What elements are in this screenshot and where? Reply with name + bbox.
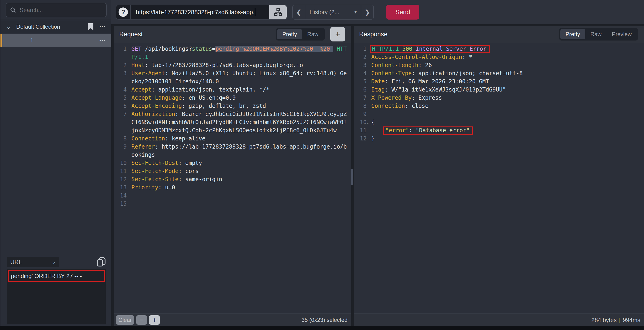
send-button[interactable]: Send [386,5,419,20]
code-line: 6Accept-Encoding: gzip, deflate, br, zst… [118,102,348,110]
response-viewer[interactable]: 1HTTP/1.1 500 Internal Server Error2Acce… [354,42,644,314]
request-scrollbar-thumb[interactable] [351,169,353,185]
token-plain: : empty [178,160,202,166]
increment-button[interactable]: + [149,315,160,325]
token-hname: Accept-Encoding [131,103,182,109]
token-key: "error" [386,127,409,134]
search-input[interactable]: Search... [6,3,107,17]
token-hname: User-Agent [131,70,165,76]
clear-button[interactable]: Clear [116,315,134,325]
line-content: { [371,118,640,126]
ellipsis-icon[interactable]: ••• [100,24,106,29]
dropdown-caret-icon: ▾ [354,10,356,15]
token-hname: Content-Length [371,62,418,68]
token-plain: : https://lab-1772837288328-pt7sd6.labs-… [131,144,347,158]
chevron-down-icon[interactable]: ⌄ [6,23,11,30]
line-number: 7 [118,110,127,134]
url-group: ? https://lab-1772837288328-pt7sd6.labs-… [116,5,287,20]
request-title: Request [119,31,143,38]
request-panel: Request Pretty Raw + 1GET /api/bookings?… [114,26,351,326]
code-line: 7X-Powered-By: Express [357,94,640,102]
annotation-box: "error": "Database error" [383,126,473,134]
tab-pretty[interactable]: Pretty [277,29,302,39]
sitemap-button[interactable] [269,5,287,19]
request-header: Request Pretty Raw + [114,26,351,42]
sidebar-item-request-1[interactable]: 1 ••• [0,34,111,47]
token-hname: X-Powered-By [371,94,412,101]
line-content: Host: lab-1772837288328-pt7sd6.labs-app.… [131,61,348,70]
line-content: Connection: keep-alive [131,134,348,143]
token-plain: /api/bookings? [145,46,192,52]
token-hname: Content-Type [371,70,412,76]
copy-icon[interactable] [97,257,106,267]
line-content: Referer: https://lab-1772837288328-pt7sd… [131,143,348,159]
chevron-down-icon: ⌄ [52,259,56,265]
request-footer: Clear − + 35 (0x23) selected [114,314,351,326]
code-line: 5Date: Fri, 06 Mar 2026 23:00:20 GMT [357,78,640,86]
line-content: Connection: close [371,102,640,110]
line-number: 3 [118,70,127,86]
response-panel: Response Pretty Raw Preview 1HTTP/1.1 50… [354,26,644,326]
history-dropdown[interactable]: History (2... ▾ [305,5,361,19]
fold-arrow-icon[interactable]: ⌄ [366,118,371,126]
decrement-button[interactable]: − [136,315,147,325]
code-line: 15 [118,200,348,208]
line-number: 1 [118,45,127,61]
code-line: 1GET /api/bookings?status=pending'%20ORD… [118,45,348,61]
line-number: 10 [357,118,366,126]
line-number: 4 [118,86,127,94]
ellipsis-icon[interactable]: ••• [100,38,106,43]
line-number: 9 [357,110,366,118]
token-plain: : keep-alive [165,135,206,142]
help-icon[interactable]: ? [118,8,128,17]
code-line: 6Etag: W/"1a-itNe1xXeWJ3sqXJ/013p2TdG9UU… [357,86,640,94]
tab-pretty[interactable]: Pretty [560,29,585,39]
code-line: 4Accept: application/json, text/plain, *… [118,86,348,94]
request-view-tabs: Pretty Raw [276,28,325,40]
selection-status: 35 (0x23) selected [302,317,348,323]
response-time: 994ms [623,317,640,323]
bookmark-icon[interactable] [88,23,94,30]
variable-row: URL ⌄ [7,257,106,267]
history-label: History (2... [310,9,339,16]
url-input[interactable]: https://lab-1772837288328-pt7sd6.labs-ap… [131,5,269,19]
token-hname: Accept-Language [131,94,182,101]
code-line: 11Sec-Fetch-Mode: cors [118,167,348,175]
line-content: } [371,134,640,143]
tab-raw[interactable]: Raw [585,29,607,39]
line-number: 7 [357,94,366,102]
token-hname: Host [131,62,145,68]
line-content: Accept-Language: en-US,en;q=0.9 [131,94,348,102]
code-line: 7Authorization: Bearer eyJhbGciOiJIUzI1N… [118,110,348,134]
line-content: Content-Length: 26 [371,61,640,70]
token-plain: : u=0 [158,184,175,191]
add-request-tab-button[interactable]: + [330,27,345,42]
variable-value-panel[interactable]: pending' ORDER BY 27 -- - [7,269,106,324]
variable-type-select[interactable]: URL ⌄ [7,257,59,267]
line-number: 12 [118,175,127,184]
token-method: GET [131,46,145,52]
sidebar-collection-row[interactable]: ⌄ Default Collection ••• [0,20,111,33]
token-hname: Date [371,78,385,85]
help-section[interactable]: ? [116,5,131,19]
text-cursor [255,8,255,16]
tab-preview[interactable]: Preview [607,29,637,39]
token-hname: Authorization [131,111,175,117]
history-back-button[interactable]: ❮ [293,5,305,19]
line-content: Authorization: Bearer eyJhbGciOiJIUzI1Ni… [131,110,348,134]
history-forward-button[interactable]: ❯ [361,5,373,19]
code-line: 12Sec-Fetch-Site: same-origin [118,175,348,184]
token-plain: : application/json; charset=utf-8 [412,70,523,76]
line-content: Priority: u=0 [131,184,348,192]
tab-raw[interactable]: Raw [302,29,324,39]
line-content: Sec-Fetch-Mode: cors [131,167,348,175]
code-line: 12} [357,134,640,143]
token-hname: Etag [371,86,385,93]
code-line: 1HTTP/1.1 500 Internal Server Error [357,45,640,53]
request-editor[interactable]: 1GET /api/bookings?status=pending'%20ORD… [114,42,351,314]
response-meta: 284 bytes|994ms [591,317,640,324]
line-content: GET /api/bookings?status=pending'%20ORDE… [131,45,348,61]
search-placeholder: Search... [20,7,43,14]
line-content: "error": "Database error" [371,126,640,134]
line-number: 11 [118,167,127,175]
